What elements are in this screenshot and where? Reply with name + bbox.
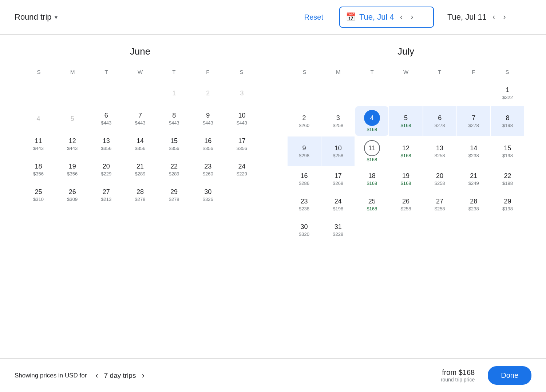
day-price: $443 (33, 146, 44, 151)
calendar-cell[interactable]: 2$260 (288, 106, 321, 136)
day-price: $310 (33, 197, 44, 202)
calendar-cell[interactable]: 7$443 (123, 106, 157, 131)
day-number: 25 (35, 188, 42, 196)
day-price: $356 (237, 146, 247, 151)
calendar-cell (355, 218, 388, 242)
trip-prev-button[interactable]: ‹ (92, 369, 101, 382)
day-number: 21 (136, 163, 144, 170)
departure-date-picker[interactable]: 📅 Tue, Jul 4 ‹ › (339, 7, 434, 28)
calendar-cell[interactable]: 14$356 (123, 132, 157, 157)
calendar-cell[interactable]: 23$238 (288, 192, 321, 217)
day-price: $443 (169, 120, 179, 126)
calendar-cell[interactable]: 22$198 (491, 167, 524, 191)
calendar-cell[interactable]: 9$443 (191, 106, 225, 131)
calendar-cell[interactable]: 4$168 (355, 106, 388, 136)
calendar-cell[interactable]: 26$258 (389, 192, 422, 217)
day-price: $258 (333, 123, 343, 128)
calendar-cell[interactable]: 24$229 (225, 157, 258, 182)
calendar-cell[interactable]: 20$229 (90, 157, 123, 182)
calendar-cell[interactable]: 29$278 (158, 183, 191, 207)
day-price: $443 (67, 146, 78, 151)
calendar-cell[interactable]: 8$443 (158, 106, 191, 131)
calendar-cell[interactable]: 27$213 (90, 183, 123, 207)
round-trip-button[interactable]: Round trip ▾ (10, 9, 62, 25)
price-info: from $168 round trip price (441, 368, 475, 383)
return-date-picker[interactable]: Tue, Jul 11 ‹ › (441, 7, 536, 27)
day-price: $238 (299, 206, 309, 211)
day-number: 13 (103, 137, 110, 145)
day-number: 22 (170, 163, 178, 170)
return-next-button[interactable]: › (501, 11, 508, 23)
calendar-cell[interactable]: 15$356 (158, 132, 191, 157)
calendar-cell[interactable]: 5$168 (389, 106, 422, 136)
calendar-cell[interactable]: 28$238 (457, 192, 490, 217)
calendar-cell[interactable]: 11$168 (355, 136, 388, 166)
calendar-cell[interactable]: 10$443 (225, 106, 258, 131)
calendar-cell[interactable]: 21$289 (123, 157, 157, 182)
calendar-cell[interactable]: 6$443 (90, 106, 123, 131)
calendar-cell[interactable]: 21$249 (457, 167, 490, 191)
calendar-cell[interactable]: 13$258 (423, 136, 456, 166)
calendar-cell[interactable]: 16$286 (288, 167, 321, 191)
day-number: 7 (138, 112, 142, 119)
calendar-cell[interactable]: 6$278 (423, 106, 456, 136)
chevron-down-icon: ▾ (55, 14, 58, 21)
day-price: $238 (468, 206, 479, 211)
calendar-cell[interactable]: 25$310 (22, 183, 55, 207)
calendar-cell[interactable]: 14$238 (457, 136, 490, 166)
calendar-cell[interactable]: 18$168 (355, 167, 388, 191)
day-price: $298 (299, 153, 309, 158)
calendar-cell[interactable]: 30$326 (191, 183, 225, 207)
calendar-cell[interactable]: 29$198 (491, 192, 524, 217)
day-number: 31 (335, 223, 342, 231)
day-price: $258 (435, 206, 445, 211)
calendar-cell[interactable]: 13$356 (90, 132, 123, 157)
return-prev-button[interactable]: ‹ (490, 11, 497, 23)
day-price: $258 (401, 206, 411, 211)
departure-next-button[interactable]: › (408, 11, 415, 23)
day-price: $356 (33, 171, 44, 177)
calendar-cell[interactable]: 19$168 (389, 167, 422, 191)
calendar-cell (457, 81, 490, 106)
calendar-cell[interactable]: 26$309 (56, 183, 89, 207)
day-number: 28 (470, 198, 477, 205)
calendar-cell[interactable]: 19$356 (56, 157, 89, 182)
calendar-cell (457, 218, 490, 242)
day-number: 3 (336, 114, 340, 122)
calendar-cell[interactable]: 12$168 (389, 136, 422, 166)
calendar-cell[interactable]: 15$198 (491, 136, 524, 166)
done-button[interactable]: Done (488, 366, 531, 385)
departure-prev-button[interactable]: ‹ (398, 11, 405, 23)
calendar-cell[interactable]: 10$258 (321, 136, 355, 166)
calendar-cell[interactable]: 18$356 (22, 157, 55, 182)
calendar-cell[interactable]: 8$198 (491, 106, 524, 136)
day-price: $356 (203, 146, 213, 151)
day-number: 23 (301, 198, 308, 205)
day-number: 9 (302, 144, 306, 152)
calendar-cell[interactable]: 1$322 (491, 81, 524, 106)
calendar-cell[interactable]: 31$228 (321, 218, 355, 242)
calendar-cell[interactable]: 20$258 (423, 167, 456, 191)
day-number: 4 (364, 110, 380, 126)
calendar-cell (225, 183, 258, 207)
calendar-cell[interactable]: 28$278 (123, 183, 157, 207)
day-number: 19 (69, 163, 76, 170)
calendar-cell[interactable]: 12$443 (56, 132, 89, 157)
calendar-cell[interactable]: 23$260 (191, 157, 225, 182)
calendar-cell[interactable]: 27$258 (423, 192, 456, 217)
calendar-cell[interactable]: 11$443 (22, 132, 55, 157)
calendar-cell[interactable]: 16$356 (191, 132, 225, 157)
trip-next-button[interactable]: › (139, 369, 147, 382)
calendar-cell[interactable]: 30$320 (288, 218, 321, 242)
reset-button[interactable]: Reset (304, 13, 323, 21)
calendar-cell[interactable]: 17$268 (321, 167, 355, 191)
calendar-cell[interactable]: 7$278 (457, 106, 490, 136)
june-day-F: F (191, 66, 225, 78)
calendar-cell[interactable]: 17$356 (225, 132, 258, 157)
day-number: 1 (172, 90, 176, 97)
calendar-cell[interactable]: 24$198 (321, 192, 355, 217)
calendar-cell[interactable]: 25$168 (355, 192, 388, 217)
calendar-cell[interactable]: 22$289 (158, 157, 191, 182)
calendar-cell[interactable]: 9$298 (288, 136, 321, 166)
calendar-cell[interactable]: 3$258 (321, 106, 355, 136)
